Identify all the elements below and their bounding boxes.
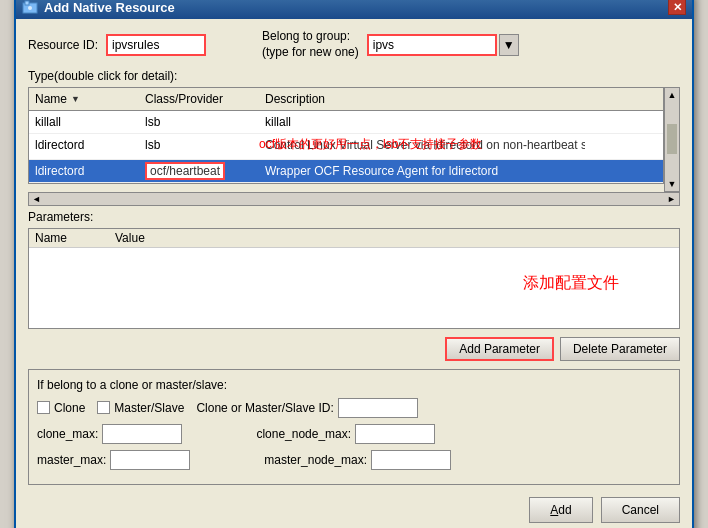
type-table: Name ▼ Class/Provider Description killal… [28,87,664,184]
clone-node-max-input[interactable] [355,424,435,444]
td-desc: Wrapper OCF Resource Agent for ldirector… [259,162,663,180]
scroll-left-arrow[interactable]: ◄ [29,194,44,204]
td-name: killall [29,113,139,131]
td-name: ldirectord [29,162,139,180]
type-table-header: Name ▼ Class/Provider Description [29,88,663,111]
scroll-track-h [44,195,664,203]
top-fields-row: Resource ID: Belong to group: (type for … [28,29,680,60]
clone-row-2: clone_max: clone_node_max: [37,424,671,444]
title-bar: Add Native Resource ✕ [16,0,692,19]
dialog-content: Resource ID: Belong to group: (type for … [16,19,692,528]
belong-group-label-block: Belong to group: (type for new one) [262,29,359,60]
delete-parameter-button[interactable]: Delete Parameter [560,337,680,361]
master-max-label: master_max: [37,453,106,467]
master-node-max-group: master_node_max: [264,450,451,470]
clone-master-id-group: Clone or Master/Slave ID: [196,398,417,418]
table-row[interactable]: ldirectord lsb ocf版本的更好用一点，lsb不支持接子参数 Co… [29,134,663,160]
add-button[interactable]: Add [529,497,592,523]
annotation-row2: ocf版本的更好用一点，lsb不支持接子参数 [259,136,482,153]
table-row-selected[interactable]: ldirectord ocf/heartbeat Wrapper OCF Res… [29,160,663,183]
sort-arrow-icon: ▼ [71,94,80,104]
window-title: Add Native Resource [44,0,175,15]
clone-row-1: Clone Master/Slave Clone or Master/Slave… [37,398,671,418]
scroll-right-arrow[interactable]: ► [664,194,679,204]
td-desc: ocf版本的更好用一点，lsb不支持接子参数 Control Linux Vir… [259,136,663,157]
dialog-window: Add Native Resource ✕ Resource ID: Belon… [14,0,694,528]
bottom-buttons-row: Add Cancel [28,493,680,523]
cancel-button[interactable]: Cancel [601,497,680,523]
belong-group-dropdown-arrow[interactable]: ▼ [499,34,519,56]
td-class: lsb [139,113,259,131]
belong-group-field: ▼ [367,34,519,56]
close-button[interactable]: ✕ [668,0,686,15]
td-class: lsb [139,136,259,157]
master-max-input[interactable] [110,450,190,470]
col-header-name: Name ▼ [29,90,139,108]
clone-max-group: clone_max: [37,424,182,444]
type-section-label: Type(double click for detail): [28,69,680,83]
master-slave-checkbox-group: Master/Slave [97,401,184,415]
svg-rect-1 [25,1,29,5]
class-highlight: ocf/heartbeat [145,162,225,180]
belong-group-line2: (type for new one) [262,45,359,61]
clone-checkbox[interactable] [37,401,50,414]
master-slave-label: Master/Slave [114,401,184,415]
params-col-value: Value [115,231,195,245]
clone-node-max-group: clone_node_max: [256,424,435,444]
params-section-label: Parameters: [28,210,680,224]
clone-row-3: master_max: master_node_max: [37,450,671,470]
type-table-wrapper: Name ▼ Class/Provider Description killal… [28,87,680,192]
resource-id-label: Resource ID: [28,38,98,52]
params-section: Parameters: Name Value 添加配置文件 [28,210,680,329]
clone-node-max-label: clone_node_max: [256,427,351,441]
add-parameter-button[interactable]: Add Parameter [445,337,554,361]
scroll-down-arrow[interactable]: ▼ [666,177,679,191]
clone-checkbox-group: Clone [37,401,85,415]
clone-section: If belong to a clone or master/slave: Cl… [28,369,680,485]
params-annotation-zh: 添加配置文件 [523,273,619,294]
col-header-class: Class/Provider [139,90,259,108]
td-desc: killall [259,113,663,131]
clone-master-id-label: Clone or Master/Slave ID: [196,401,333,415]
clone-max-label: clone_max: [37,427,98,441]
col-header-desc: Description [259,90,663,108]
params-table: Name Value 添加配置文件 [28,228,680,329]
scroll-up-arrow[interactable]: ▲ [666,88,679,102]
table-scrollbar[interactable]: ▲ ▼ [664,87,680,192]
title-bar-left: Add Native Resource [22,0,175,15]
params-col-name: Name [35,231,115,245]
type-table-inner: Name ▼ Class/Provider Description killal… [28,87,664,192]
master-node-max-input[interactable] [371,450,451,470]
type-section: Type(double click for detail): Name ▼ Cl… [28,69,680,206]
belong-group-line1: Belong to group: [262,29,359,45]
td-class: ocf/heartbeat [139,162,259,180]
window-icon [22,0,38,15]
master-slave-checkbox[interactable] [97,401,110,414]
clone-label: Clone [54,401,85,415]
horizontal-scrollbar[interactable]: ◄ ► [28,192,680,206]
clone-max-input[interactable] [102,424,182,444]
clone-master-id-input[interactable] [338,398,418,418]
clone-section-title: If belong to a clone or master/slave: [37,378,671,392]
td-name: ldirectord [29,136,139,157]
belong-group-input[interactable] [367,34,497,56]
svg-point-2 [28,6,32,10]
params-body: 添加配置文件 [29,248,679,328]
master-max-group: master_max: [37,450,190,470]
master-node-max-label: master_node_max: [264,453,367,467]
scroll-thumb[interactable] [667,124,677,154]
params-header: Name Value [29,229,679,248]
resource-id-input[interactable] [106,34,206,56]
table-row[interactable]: killall lsb killall [29,111,663,134]
params-buttons-row: Add Parameter Delete Parameter [28,337,680,361]
